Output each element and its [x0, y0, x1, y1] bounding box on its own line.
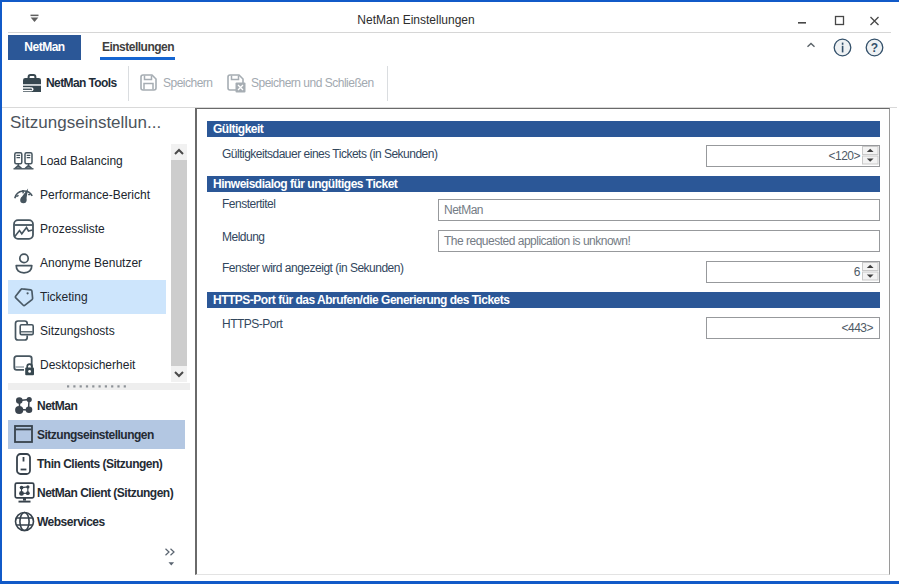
svg-text:?: ? — [871, 41, 878, 55]
